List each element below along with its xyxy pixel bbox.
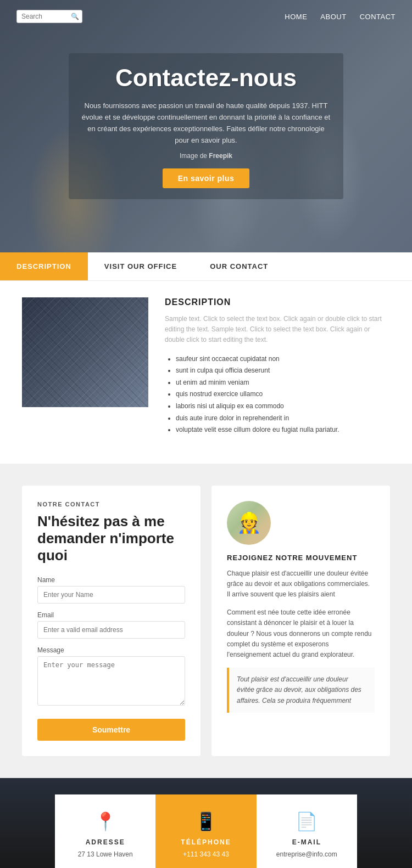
email-title: E-MAIL — [292, 838, 321, 846]
footer-section: 📍 ADRESSE 27 13 Lowe Haven 📱 TÉLÉPHONE +… — [0, 778, 412, 868]
tab-our-contact[interactable]: OUR CONTACT — [193, 252, 285, 280]
description-title: DESCRIPTION — [165, 297, 390, 307]
contact-link[interactable]: CONTACT — [360, 13, 396, 21]
hero-section: Contactez-nous Nous fournissons avec pas… — [0, 0, 412, 252]
list-item: saufeur sint occaecat cupidatat non — [176, 353, 390, 365]
name-label: Name — [37, 576, 185, 584]
hero-description: Nous fournissons avec passion un travail… — [80, 100, 332, 146]
hero-cta-button[interactable]: En savoir plus — [163, 168, 250, 188]
list-item: quis nostrud exercice ullamco — [176, 388, 390, 401]
phone-icon: 📱 — [195, 811, 217, 832]
search-box[interactable]: 🔍 — [16, 10, 82, 23]
contact-heading: N'hésitez pas à me demander n'importe qu… — [37, 513, 185, 565]
hero-image-credit: Image de Freepik — [80, 152, 332, 160]
description-content: DESCRIPTION Sample text. Click to select… — [165, 297, 390, 436]
email-input[interactable] — [37, 621, 185, 639]
description-section: DESCRIPTION Sample text. Click to select… — [0, 281, 412, 464]
address-icon: 📍 — [94, 811, 116, 832]
movement-title: REJOIGNEZ NOTRE MOUVEMENT — [227, 554, 375, 562]
hero-content: Contactez-nous Nous fournissons avec pas… — [69, 53, 343, 199]
avatar — [227, 501, 271, 545]
movement-text1: Chaque plaisir est d'accueillir une doul… — [227, 568, 375, 600]
tabs-bar: DESCRIPTION VISIT OUR OFFICE OUR CONTACT — [0, 252, 412, 281]
search-input[interactable] — [21, 13, 71, 20]
quote-text: Tout plaisir est d'accueillir une douleu… — [237, 674, 367, 706]
message-label: Message — [37, 646, 185, 654]
list-item: duis aute irure dolor in reprehenderit i… — [176, 413, 390, 425]
email-form-group: Email — [37, 611, 185, 639]
email-icon: 📄 — [296, 811, 318, 832]
contact-section: NOTRE CONTACT N'hésitez pas à me demande… — [0, 464, 412, 779]
list-item: ut enim ad minim veniam — [176, 377, 390, 389]
contact-form-panel: NOTRE CONTACT N'hésitez pas à me demande… — [22, 486, 201, 757]
message-form-group: Message — [37, 646, 185, 708]
contact-right-panel: REJOIGNEZ NOTRE MOUVEMENT Chaque plaisir… — [211, 486, 390, 757]
about-link[interactable]: ABOUT — [320, 13, 346, 21]
navbar: 🔍 HOME ABOUT CONTACT — [0, 0, 412, 33]
list-item: laboris nisi ut aliquip ex ea commodo — [176, 401, 390, 413]
description-image — [22, 297, 148, 407]
contact-label: NOTRE CONTACT — [37, 501, 185, 508]
list-item: voluptate velit esse cillum dolore eu fu… — [176, 424, 390, 436]
footer-card-email: 📄 E-MAIL entreprise@info.com — [257, 794, 357, 868]
name-input[interactable] — [37, 586, 185, 604]
hero-title: Contactez-nous — [80, 64, 332, 92]
home-link[interactable]: HOME — [285, 13, 307, 21]
phone-title: TÉLÉPHONE — [181, 838, 231, 846]
list-item: sunt in culpa qui officia deserunt — [176, 365, 390, 377]
movement-text2: Comment est née toute cette idée erronée… — [227, 607, 375, 660]
description-sample-text: Sample text. Click to select the text bo… — [165, 314, 390, 346]
tab-visit-office[interactable]: VISIT OUR OFFICE — [88, 252, 193, 280]
nav-links: HOME ABOUT CONTACT — [285, 13, 396, 21]
footer-cards: 📍 ADRESSE 27 13 Lowe Haven 📱 TÉLÉPHONE +… — [0, 778, 412, 868]
email-label: Email — [37, 611, 185, 619]
description-list: saufeur sint occaecat cupidatat non sunt… — [165, 353, 390, 436]
address-title: ADRESSE — [86, 838, 125, 846]
phone-value: +111 343 43 43 — [183, 850, 229, 858]
name-form-group: Name — [37, 576, 185, 604]
footer-card-phone: 📱 TÉLÉPHONE +111 343 43 43 — [155, 794, 256, 868]
tab-description[interactable]: DESCRIPTION — [0, 252, 88, 280]
message-textarea[interactable] — [37, 656, 185, 706]
submit-button[interactable]: Soumettre — [37, 719, 185, 741]
search-icon: 🔍 — [71, 13, 79, 20]
footer-card-address: 📍 ADRESSE 27 13 Lowe Haven — [55, 794, 155, 868]
email-value: entreprise@info.com — [276, 850, 337, 858]
address-value: 27 13 Lowe Haven — [78, 850, 133, 858]
quote-block: Tout plaisir est d'accueillir une douleu… — [227, 668, 375, 713]
